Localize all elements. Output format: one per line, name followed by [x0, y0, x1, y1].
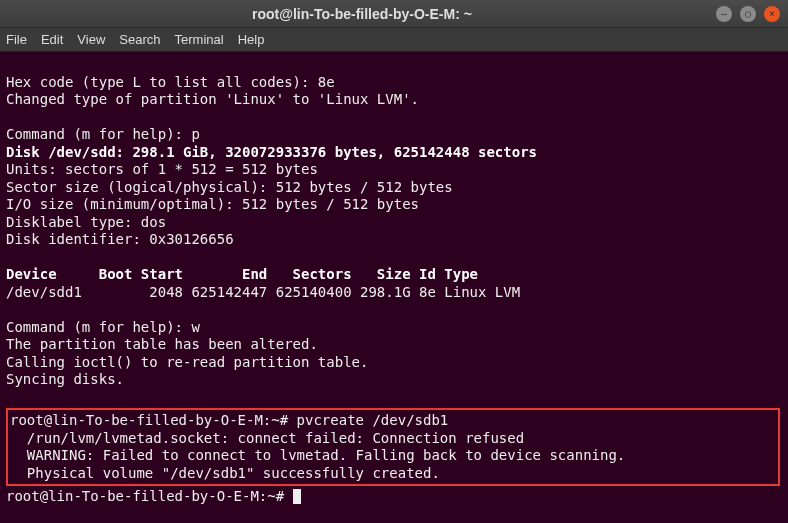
menu-file[interactable]: File [6, 32, 27, 47]
terminal-line: WARNING: Failed to connect to lvmetad. F… [10, 447, 625, 463]
terminal-line: Disk identifier: 0x30126656 [6, 231, 234, 247]
terminal-line: Units: sectors of 1 * 512 = 512 bytes [6, 161, 318, 177]
menu-edit[interactable]: Edit [41, 32, 63, 47]
terminal-line: root@lin-To-be-filled-by-O-E-M:~# pvcrea… [10, 412, 448, 428]
terminal-line-disk: Disk /dev/sdd: 298.1 GiB, 320072933376 b… [6, 144, 537, 160]
menu-search[interactable]: Search [119, 32, 160, 47]
window-controls: – ○ × [716, 6, 780, 22]
menu-view[interactable]: View [77, 32, 105, 47]
terminal-area[interactable]: Hex code (type L to list all codes): 8e … [0, 52, 788, 510]
menubar: File Edit View Search Terminal Help [0, 28, 788, 52]
terminal-table-row: /dev/sdd1 2048 625142447 625140400 298.1… [6, 284, 520, 300]
terminal-line: Calling ioctl() to re-read partition tab… [6, 354, 368, 370]
cursor [293, 489, 301, 504]
window-title: root@lin-To-be-filled-by-O-E-M: ~ [8, 6, 716, 22]
terminal-line: /run/lvm/lvmetad.socket: connect failed:… [10, 430, 524, 446]
terminal-line: Physical volume "/dev/sdb1" successfully… [10, 465, 440, 481]
menu-terminal[interactable]: Terminal [175, 32, 224, 47]
minimize-button[interactable]: – [716, 6, 732, 22]
terminal-line: Disklabel type: dos [6, 214, 166, 230]
close-button[interactable]: × [764, 6, 780, 22]
terminal-line: Sector size (logical/physical): 512 byte… [6, 179, 453, 195]
menu-help[interactable]: Help [238, 32, 265, 47]
highlighted-block: root@lin-To-be-filled-by-O-E-M:~# pvcrea… [6, 408, 780, 486]
maximize-button[interactable]: ○ [740, 6, 756, 22]
terminal-prompt: root@lin-To-be-filled-by-O-E-M:~# [6, 488, 293, 504]
terminal-line: Syncing disks. [6, 371, 124, 387]
terminal-line: Command (m for help): w [6, 319, 200, 335]
terminal-line: The partition table has been altered. [6, 336, 318, 352]
terminal-line: I/O size (minimum/optimal): 512 bytes / … [6, 196, 419, 212]
terminal-line: Hex code (type L to list all codes): 8e [6, 74, 335, 90]
terminal-line: Command (m for help): p [6, 126, 200, 142]
terminal-table-header: Device Boot Start End Sectors Size Id Ty… [6, 266, 478, 282]
terminal-line: Changed type of partition 'Linux' to 'Li… [6, 91, 419, 107]
titlebar: root@lin-To-be-filled-by-O-E-M: ~ – ○ × [0, 0, 788, 28]
